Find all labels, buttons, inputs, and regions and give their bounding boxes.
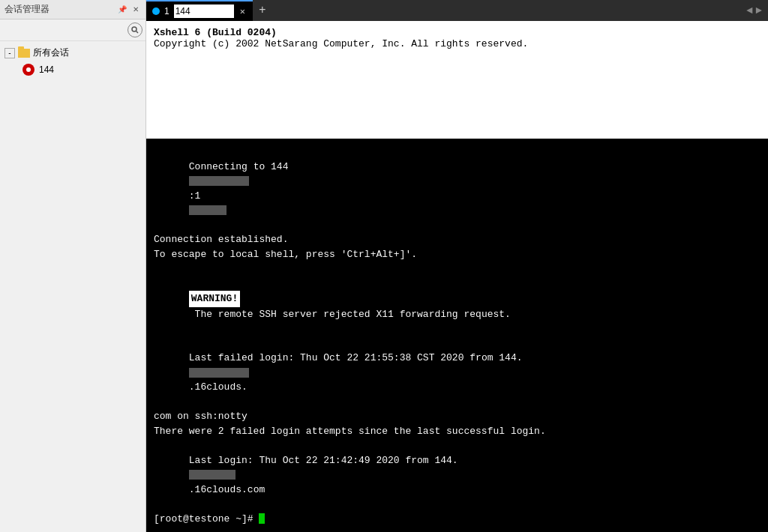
redacted-ip [189, 176, 249, 186]
terminal-output[interactable]: Connecting to 144 :1 Connection establis… [146, 139, 768, 532]
terminal-header: Xshell 6 (Build 0204) Copyright (c) 2002… [146, 21, 768, 139]
tab-close-button[interactable]: ✕ [238, 6, 247, 17]
header-line-1: Xshell 6 (Build 0204) [154, 27, 760, 38]
failed-attempts-line: There were 2 failed login attempts since… [154, 424, 760, 439]
group-label: 所有会话 [33, 46, 69, 59]
terminal-cursor [259, 513, 265, 524]
session-manager-sidebar: 会话管理器 📌 ✕ - 所有会话 144 [0, 0, 146, 532]
redacted-ip-2 [189, 368, 249, 378]
redacted-port [189, 205, 226, 215]
session-label: 144 [39, 64, 54, 75]
sidebar-title: 会话管理器 [4, 3, 50, 16]
search-icon[interactable] [128, 22, 142, 37]
pin-button[interactable]: 📌 [117, 4, 128, 15]
session-icon [22, 64, 34, 76]
session-tree: - 所有会话 144 [0, 41, 146, 532]
redacted-ip-3 [189, 470, 236, 480]
tab-nav: ◄ ► [746, 4, 768, 16]
warning-line: WARNING! The remote SSH server rejected … [154, 276, 760, 336]
sidebar-controls: 📌 ✕ [117, 4, 141, 15]
search-bar [0, 19, 146, 41]
all-sessions-group[interactable]: - 所有会话 [0, 44, 146, 61]
tab-name-input[interactable] [174, 4, 234, 18]
tab-number: 1 [164, 6, 170, 16]
terminal-area: 1 ✕ + ◄ ► Xshell 6 (Build 0204) Copyrigh… [146, 0, 768, 532]
warning-badge: WARNING! [189, 291, 240, 307]
connection-established-line: Connection established. [154, 232, 760, 247]
session-item-144[interactable]: 144 [0, 61, 146, 78]
tab-active[interactable]: 1 ✕ [146, 0, 253, 21]
blank-line [154, 262, 760, 276]
last-failed-line: Last failed login: Thu Oct 22 21:55:38 C… [154, 336, 760, 410]
folder-icon [18, 49, 30, 58]
svg-point-0 [132, 27, 136, 31]
connecting-line: Connecting to 144 :1 [154, 145, 760, 232]
last-failed-line2: com on ssh:notty [154, 409, 760, 424]
escape-hint-line: To escape to local shell, press 'Ctrl+Al… [154, 247, 760, 262]
tab-indicator [152, 7, 160, 15]
last-login-line: Last login: Thu Oct 22 21:42:49 2020 fro… [154, 438, 760, 512]
sidebar-titlebar: 会话管理器 📌 ✕ [0, 0, 146, 19]
prompt-line: [root@testone ~]# [154, 512, 760, 527]
tab-bar: 1 ✕ + ◄ ► [146, 0, 768, 21]
expand-icon[interactable]: - [4, 48, 15, 58]
tab-nav-right[interactable]: ► [756, 4, 762, 16]
svg-line-1 [136, 31, 139, 34]
close-sidebar-button[interactable]: ✕ [130, 4, 141, 15]
new-tab-button[interactable]: + [253, 0, 272, 21]
header-line-2: Copyright (c) 2002 NetSarang Computer, I… [154, 38, 760, 49]
tab-nav-left[interactable]: ◄ [746, 4, 752, 16]
